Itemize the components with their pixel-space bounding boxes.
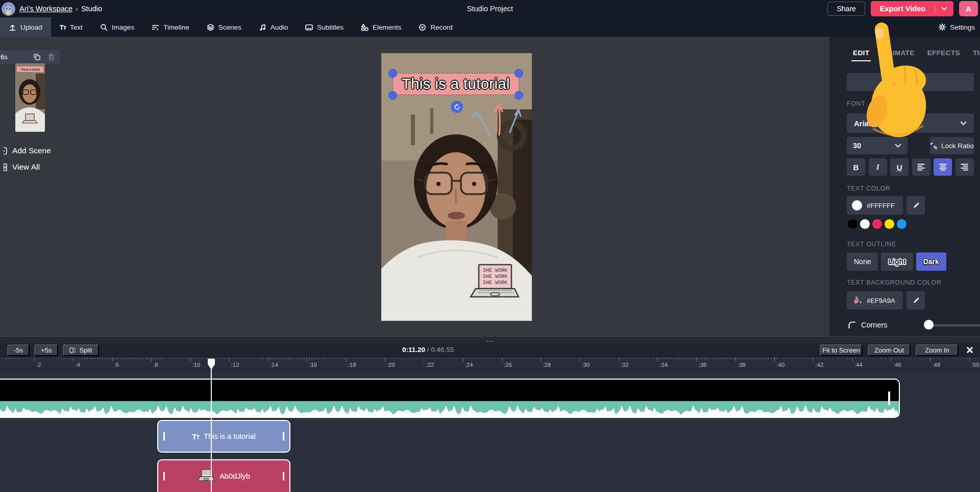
scene-header: 6s: [0, 50, 60, 64]
clip-trim-left[interactable]: [163, 432, 165, 441]
selection-handle-top-right[interactable]: [514, 69, 523, 78]
current-time: 0:11.20: [402, 346, 425, 354]
color-swatch-fbe400[interactable]: [885, 219, 894, 229]
text-background-chip[interactable]: #EF9A9A: [847, 291, 903, 310]
tab-timing[interactable]: TIMING: [973, 49, 980, 61]
share-button[interactable]: Share: [827, 2, 865, 16]
selection-handle-bottom-right[interactable]: [514, 91, 523, 100]
user-avatar[interactable]: A: [959, 1, 978, 16]
back-5s-button[interactable]: -5s: [7, 344, 30, 356]
zoom-in-button[interactable]: Zoom In: [916, 344, 959, 356]
export-video-button[interactable]: Export Video: [871, 1, 953, 16]
align-center-button[interactable]: [934, 158, 952, 176]
outline-none-button[interactable]: None: [847, 252, 878, 271]
forward-5s-button[interactable]: +5s: [34, 344, 58, 356]
view-all-label: View All: [12, 162, 40, 172]
duplicate-icon[interactable]: [33, 53, 41, 61]
scene-thumbnail[interactable]: This is a tutorial: [15, 63, 45, 132]
toolbar-item-scenes[interactable]: Scenes: [198, 17, 250, 37]
text-color-eyedropper-button[interactable]: [906, 196, 925, 215]
top-bar: Ari's Workspace›Studio Studio Project Sh…: [0, 0, 980, 17]
chevron-down-icon: [960, 121, 967, 126]
lock-ratio-button[interactable]: Lock Ratio: [930, 137, 974, 154]
text-color-chip[interactable]: #FFFFFF: [847, 196, 903, 215]
toolbar-item-record[interactable]: Record: [410, 17, 461, 37]
toolbar-item-audio[interactable]: Audio: [250, 17, 297, 37]
corners-slider-track[interactable]: [926, 324, 980, 326]
close-icon: ✕: [966, 344, 974, 356]
text-layer-selected[interactable]: This is a tutorial: [393, 73, 519, 95]
view-all-button[interactable]: View All: [4, 162, 40, 172]
zoom-out-button[interactable]: Zoom Out: [868, 344, 911, 356]
color-swatch-ed2b5c[interactable]: [872, 219, 882, 229]
breadcrumb-workspace-link[interactable]: Ari's Workspace: [19, 5, 72, 13]
upload-icon: [9, 24, 16, 31]
timecode: 0:11.20 / 0:46.55: [402, 346, 454, 354]
toolbar-item-label: Record: [430, 24, 453, 31]
color-swatch-ffffff[interactable]: [860, 219, 870, 229]
toolbar-item-timeline[interactable]: Timeline: [143, 17, 198, 37]
outline-light-button[interactable]: Light: [881, 252, 913, 271]
tab-edit[interactable]: EDIT: [853, 49, 869, 61]
clip-trim-left[interactable]: [163, 472, 165, 481]
color-swatch-2196f3[interactable]: [897, 219, 906, 229]
italic-button[interactable]: I: [869, 158, 887, 176]
color-swatch-000000[interactable]: [848, 219, 857, 229]
timeline-ruler[interactable]: :2:4:6:8:10:12:14:16:18:20:22:24:26:28:3…: [0, 358, 980, 372]
breadcrumb-text: Ari's Workspace›Studio: [19, 5, 102, 13]
video-track-clip[interactable]: [0, 379, 900, 418]
settings-button[interactable]: Settings: [938, 17, 980, 37]
tab-animate[interactable]: ANIMATE: [882, 49, 914, 61]
breadcrumb-separator: ›: [76, 5, 78, 13]
export-dropdown-arrow[interactable]: [935, 7, 953, 11]
font-family-select[interactable]: Arial: [847, 113, 974, 133]
fit-to-screen-button[interactable]: Fit to Screen: [820, 344, 863, 356]
text-outline-options: NoneLightDark: [847, 252, 946, 271]
audio-icon: [259, 24, 266, 31]
toolbar-item-images[interactable]: Images: [91, 17, 143, 37]
toolbar-item-elements[interactable]: Elements: [352, 17, 410, 37]
edit-text-button[interactable]: Edit Text: [847, 73, 974, 91]
search-icon: [100, 24, 108, 31]
text-track-clip[interactable]: TT This is a tutorial: [157, 420, 290, 453]
workspace-avatar[interactable]: [2, 2, 15, 16]
clip-trim-right[interactable]: [283, 472, 284, 481]
add-scene-label: Add Scene: [12, 146, 51, 155]
font-size-select[interactable]: 30: [847, 137, 908, 154]
close-timeline-button[interactable]: ✕: [963, 343, 976, 357]
add-scene-button[interactable]: Add Scene: [4, 146, 51, 155]
image-track-clip[interactable]: Ab0dJlyb: [157, 459, 290, 492]
align-right-button[interactable]: [955, 158, 974, 176]
clip-trim-right[interactable]: [283, 432, 284, 441]
selection-handle-top-left[interactable]: [388, 69, 397, 78]
subtitles-icon: [305, 24, 313, 31]
text-style-row: BIU: [847, 158, 974, 176]
timeline-resize-divider[interactable]: ⋯: [0, 336, 980, 343]
eyedropper-icon: [912, 297, 920, 304]
cat-avatar-icon: [2, 2, 15, 16]
toolbar-item-upload[interactable]: Upload: [0, 17, 51, 37]
toolbar-item-text[interactable]: TтText: [51, 17, 91, 37]
text-color-value: #FFFFFF: [867, 202, 895, 209]
align-left-button[interactable]: [912, 158, 930, 176]
split-button[interactable]: Split: [63, 344, 99, 356]
toolbar-item-subtitles[interactable]: Subtitles: [297, 17, 352, 37]
corners-control: Corners: [847, 318, 974, 333]
corners-slider-thumb[interactable]: [924, 320, 934, 330]
tab-effects[interactable]: EFFECTS: [927, 49, 960, 61]
bold-button[interactable]: B: [847, 158, 865, 176]
toolbar-item-label: Subtitles: [317, 24, 344, 31]
settings-label: Settings: [950, 24, 975, 31]
project-title[interactable]: Studio Project: [467, 0, 513, 17]
selection-handle-bottom-left[interactable]: [388, 91, 397, 100]
text-background-eyedropper-button[interactable]: [906, 291, 925, 310]
chevron-down-icon: [941, 7, 947, 11]
thumbnail-overlay-text: This is a tutorial: [20, 68, 40, 71]
rotate-handle[interactable]: [451, 101, 463, 113]
outline-dark-button[interactable]: Dark: [916, 252, 946, 271]
text-background-label: TEXT BACKGROUND COLOR: [847, 279, 941, 286]
video-preview[interactable]: SHE WORK SHE WORK SHE WORK This is a tut…: [381, 53, 532, 321]
video-trim-handle[interactable]: [888, 391, 890, 405]
trash-icon[interactable]: [47, 53, 55, 61]
underline-button[interactable]: U: [890, 158, 909, 176]
